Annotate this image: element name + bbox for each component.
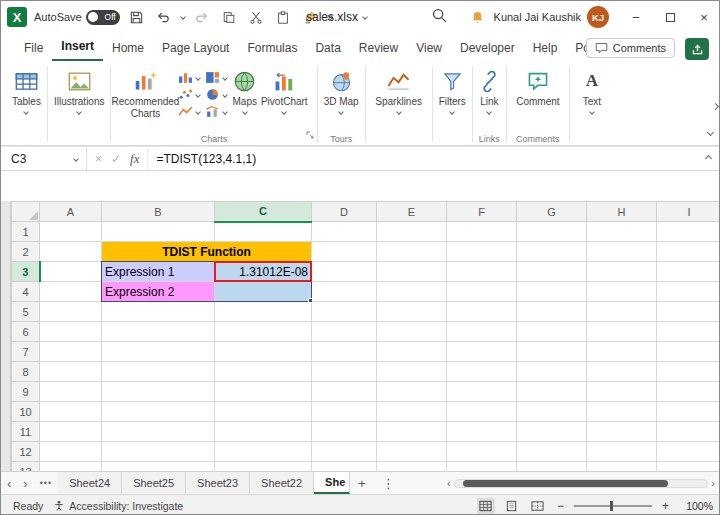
cell-E3[interactable] — [377, 262, 447, 282]
cell-I9[interactable] — [657, 382, 720, 402]
cell-C5[interactable] — [215, 302, 312, 322]
cell-F11[interactable] — [447, 422, 517, 442]
cell-C7[interactable] — [215, 342, 312, 362]
tables-button[interactable]: Tables — [10, 65, 43, 117]
autosave-switch[interactable]: Off — [86, 10, 120, 25]
undo-icon[interactable] — [154, 7, 174, 27]
sheet-list-ellipsis[interactable]: ••• — [34, 472, 58, 494]
insert-function-icon[interactable]: fx — [130, 151, 139, 167]
cell-B13[interactable] — [102, 462, 215, 472]
cell-A7[interactable] — [40, 342, 102, 362]
cell-A9[interactable] — [40, 382, 102, 402]
column-header-F[interactable]: F — [447, 202, 517, 222]
cell-H13[interactable] — [587, 462, 657, 472]
cell-E13[interactable] — [377, 462, 447, 472]
add-sheet-button[interactable]: + — [350, 472, 374, 494]
save-icon[interactable] — [127, 7, 147, 27]
column-header-E[interactable]: E — [377, 202, 447, 222]
cell-B11[interactable] — [102, 422, 215, 442]
cell-E8[interactable] — [377, 362, 447, 382]
scrollbar-track[interactable] — [454, 479, 709, 488]
scissors-icon[interactable] — [246, 7, 266, 27]
cell-E9[interactable] — [377, 382, 447, 402]
cell-B1[interactable] — [102, 222, 215, 242]
cell-C10[interactable] — [215, 402, 312, 422]
tab-developer[interactable]: Developer — [451, 36, 524, 61]
cell-E10[interactable] — [377, 402, 447, 422]
page-break-view-icon[interactable] — [529, 498, 547, 514]
row-header-3[interactable]: 3 — [12, 262, 40, 282]
cell-A12[interactable] — [40, 442, 102, 462]
scroll-right-arrow[interactable]: › — [711, 477, 715, 489]
select-all-corner[interactable] — [12, 202, 40, 222]
normal-view-icon[interactable] — [477, 498, 495, 514]
zoom-out-button[interactable]: − — [555, 499, 566, 513]
minimize-button[interactable]: − — [619, 1, 653, 33]
cell-I1[interactable] — [657, 222, 720, 242]
insert-scatter-chart-button[interactable] — [178, 88, 200, 101]
cell-I10[interactable] — [657, 402, 720, 422]
row-header-12[interactable]: 12 — [12, 442, 40, 462]
cell-I13[interactable] — [657, 462, 720, 472]
column-header-D[interactable]: D — [312, 202, 377, 222]
tab-file[interactable]: File — [15, 36, 52, 61]
cell-D10[interactable] — [312, 402, 377, 422]
cell-I4[interactable] — [657, 282, 720, 302]
insert-pie-chart-button[interactable] — [205, 88, 227, 101]
cell-D13[interactable] — [312, 462, 377, 472]
cell-F2[interactable] — [447, 242, 517, 262]
cancel-formula-icon[interactable]: × — [95, 152, 102, 166]
cell-G12[interactable] — [517, 442, 587, 462]
row-header-7[interactable]: 7 — [12, 342, 40, 362]
cell-G2[interactable] — [517, 242, 587, 262]
maps-button[interactable]: Maps — [230, 65, 258, 117]
row-header-11[interactable]: 11 — [12, 422, 40, 442]
avatar[interactable]: KJ — [587, 6, 609, 28]
sheet-tab-sheet22[interactable]: Sheet22 — [250, 472, 314, 494]
cell-E1[interactable] — [377, 222, 447, 242]
accessibility-checker[interactable]: Accessibility: Investigate — [53, 500, 183, 512]
insert-combo-chart-button[interactable] — [205, 105, 227, 118]
ribbon-collapse-chevron[interactable] — [708, 121, 713, 139]
column-header-I[interactable]: I — [657, 202, 720, 222]
cell-F1[interactable] — [447, 222, 517, 242]
cell-G7[interactable] — [517, 342, 587, 362]
cell-H4[interactable] — [587, 282, 657, 302]
cell-C3[interactable]: 1.31012E-08 — [215, 262, 312, 282]
cell-H7[interactable] — [587, 342, 657, 362]
cell-B4[interactable]: Expression 2 — [102, 282, 215, 302]
row-header-8[interactable]: 8 — [12, 362, 40, 382]
enter-formula-icon[interactable]: ✓ — [111, 152, 121, 166]
filename-dropdown[interactable]: sales.xlsx — [306, 1, 367, 33]
cell-H9[interactable] — [587, 382, 657, 402]
cell-G11[interactable] — [517, 422, 587, 442]
sheet-next-button[interactable]: › — [17, 472, 33, 494]
insert-column-chart-button[interactable] — [178, 71, 200, 84]
sheet-tab-sheet24[interactable]: Sheet24 — [58, 472, 122, 494]
zoom-level[interactable]: 100% — [679, 500, 713, 512]
insert-line-chart-button[interactable] — [178, 105, 200, 118]
cell-B12[interactable] — [102, 442, 215, 462]
cell-H12[interactable] — [587, 442, 657, 462]
cell-A6[interactable] — [40, 322, 102, 342]
column-header-A[interactable]: A — [40, 202, 102, 222]
zoom-in-button[interactable]: + — [660, 499, 671, 513]
comment-button[interactable]: Comment — [511, 65, 565, 111]
tab-view[interactable]: View — [407, 36, 451, 61]
sheet-menu-kebab-icon[interactable]: ⋮ — [374, 472, 403, 494]
row-header-6[interactable]: 6 — [12, 322, 40, 342]
row-header-4[interactable]: 4 — [12, 282, 40, 302]
cell-H10[interactable] — [587, 402, 657, 422]
cell-G8[interactable] — [517, 362, 587, 382]
row-header-13[interactable]: 13 — [12, 462, 40, 472]
cell-F4[interactable] — [447, 282, 517, 302]
cell-C4[interactable] — [215, 282, 312, 302]
cell-B5[interactable] — [102, 302, 215, 322]
cell-D7[interactable] — [312, 342, 377, 362]
cell-G10[interactable] — [517, 402, 587, 422]
cell-D12[interactable] — [312, 442, 377, 462]
comments-button[interactable]: Comments — [586, 38, 675, 58]
cell-C13[interactable] — [215, 462, 312, 472]
pivotchart-button[interactable]: PivotChart — [259, 65, 310, 117]
tab-data[interactable]: Data — [306, 36, 349, 61]
